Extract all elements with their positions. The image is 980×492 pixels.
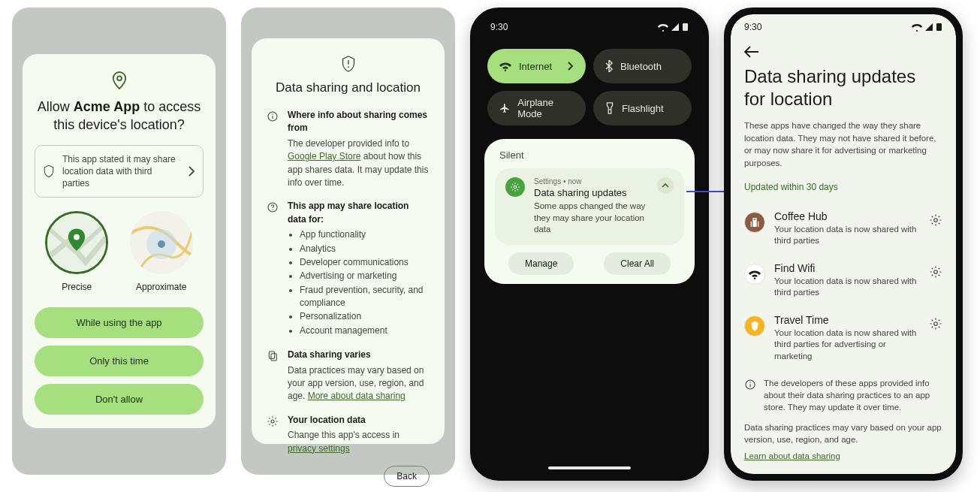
svg-point-21 [934,270,938,273]
precise-option[interactable]: Precise [45,211,108,292]
svg-point-17 [609,109,611,110]
svg-rect-13 [269,352,274,358]
clock: 9:30 [490,22,508,32]
svg-point-22 [934,322,938,326]
phones-area: 9:30 Internet Bluetooth Airplane Mode [470,8,968,484]
flashlight-icon [605,102,614,114]
info-icon [744,379,756,391]
svg-rect-14 [271,354,276,361]
copy-icon [267,349,280,403]
svg-point-2 [74,234,80,240]
section-your-data: Your location data Change this app's acc… [267,414,430,455]
permission-dialog: Allow Acme App to access this device's l… [23,54,216,428]
shield-alert-icon [267,55,430,73]
svg-point-15 [271,420,274,423]
gear-icon[interactable] [929,210,942,227]
silent-header: Silent [495,149,684,161]
section-your-data-head: Your location data [288,414,430,427]
back-arrow[interactable] [744,40,942,65]
clear-all-button[interactable]: Clear All [604,252,671,275]
app-icon [744,212,765,233]
phone-details: 9:30 Data sharing updatesfor location Th… [724,8,963,481]
approximate-label: Approximate [136,282,186,292]
collapse-icon[interactable] [657,177,674,194]
purpose-item: Developer communications [300,256,430,269]
shield-icon [43,165,55,178]
airplane-icon [499,102,510,114]
nav-handle[interactable] [548,466,631,469]
tile-bluetooth[interactable]: Bluetooth [593,49,692,83]
settings-app-icon [505,177,525,197]
data-sharing-dialog: Data sharing and location Where info abo… [252,38,445,444]
app-icon [744,315,765,337]
app-subtitle: Your location data is now shared with th… [774,224,920,247]
info-icon [267,109,280,189]
only-this-time-button[interactable]: Only this time [35,346,204,376]
notification-shade: Silent Settings • now Data sharing updat… [484,139,695,284]
tile-airplane[interactable]: Airplane Mode [487,91,586,125]
clock: 9:30 [744,22,761,32]
app-name: Coffee Hub [774,210,920,222]
permission-title: Allow Acme App to access this device's l… [35,98,204,134]
svg-point-12 [272,210,273,210]
phone-quicksettings: 9:30 Internet Bluetooth Airplane Mode [470,8,709,481]
section-purposes: This app may share location data for: Ap… [267,200,430,338]
gear-icon[interactable] [929,262,942,279]
gear-icon[interactable] [929,314,942,331]
section-varies: Data sharing varies Data practices may v… [267,349,430,403]
chevron-right-icon [568,62,574,71]
svg-point-5 [158,240,165,248]
page-description: These apps have changed the way they sha… [744,119,942,170]
status-icons [912,23,942,32]
tile-internet[interactable]: Internet [487,49,586,83]
app-subtitle: Your location data is now shared with th… [774,276,920,299]
status-icons [658,23,689,32]
svg-point-18 [514,186,517,189]
svg-point-0 [117,76,122,80]
quick-settings-tiles: Internet Bluetooth Airplane Mode Flashli… [477,40,702,134]
manage-button[interactable]: Manage [508,252,574,275]
section-varies-head: Data sharing varies [288,349,430,361]
section-source: Where info about sharing comes from The … [267,109,430,189]
approximate-option[interactable]: Approximate [130,211,193,292]
tile-flashlight[interactable]: Flashlight [593,91,692,125]
learn-link[interactable]: Learn about data sharing [744,451,942,460]
footer-info-2: Data sharing practices may vary based on… [744,421,942,445]
purpose-item: App functionality [300,228,430,241]
svg-rect-16 [683,23,688,31]
app-row[interactable]: Travel TimeYour location data is now sha… [744,306,942,370]
app-name: Find Wifi [774,262,920,274]
privacy-settings-link[interactable]: privacy settings [288,443,350,454]
back-button[interactable]: Back [384,466,430,487]
notification-card[interactable]: Settings • now Data sharing updates Some… [495,168,684,245]
dialog-title: Data sharing and location [267,80,430,95]
app-name: Travel Time [774,314,920,326]
notification-subtitle: Some apps changed the way they may share… [534,201,648,236]
app-subtitle: Your location data is now shared with th… [774,327,920,363]
play-store-link[interactable]: Google Play Store [288,151,360,161]
location-pin-icon [35,71,204,90]
sharing-info-text: This app stated it may share location da… [62,153,180,190]
page-title: Data sharing updatesfor location [744,65,942,110]
svg-point-20 [934,218,938,222]
app-row[interactable]: Find WifiYour location data is now share… [744,255,942,306]
more-sharing-link[interactable]: More about data sharing [308,391,406,401]
precise-label: Precise [62,282,92,292]
purpose-item: Analytics [300,243,430,255]
while-using-button[interactable]: While using the app [35,307,204,338]
purpose-item: Personalization [300,310,430,323]
purpose-item: Fraud prevention, security, and complian… [300,284,430,310]
purpose-list: App functionalityAnalyticsDeveloper comm… [288,228,430,337]
updated-within: Updated within 30 days [744,182,942,192]
section-source-head: Where info about sharing comes from [288,109,430,135]
permission-dialog-panel: Allow Acme App to access this device's l… [12,8,226,475]
purpose-item: Advertising or marketing [300,270,430,282]
gear-icon [267,414,280,455]
bluetooth-icon [605,60,613,72]
svg-point-10 [272,113,273,114]
status-bar: 9:30 [477,14,702,40]
dont-allow-button[interactable]: Don't allow [35,384,204,415]
app-row[interactable]: Coffee HubYour location data is now shar… [744,203,942,255]
sharing-info-row[interactable]: This app stated it may share location da… [35,145,204,198]
accuracy-options: Precise Approximate [35,211,204,292]
